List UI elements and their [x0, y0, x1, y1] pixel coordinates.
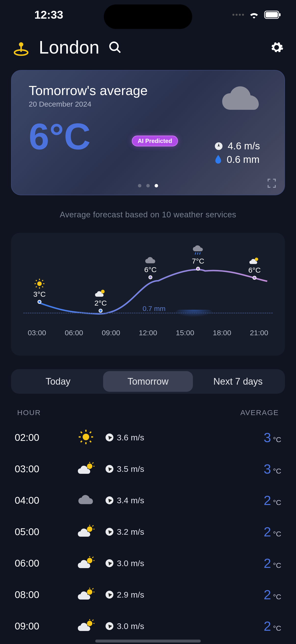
table-row[interactable]: 03:003.5 m/s3°C — [15, 453, 281, 484]
row-temp: 2°C — [242, 493, 281, 508]
row-wind: 3.4 m/s — [106, 496, 242, 505]
chart-area: 0.7 mm 3°C 2°C 6°C 7°C 6°C — [18, 239, 278, 328]
chart-point: 2°C — [94, 288, 107, 313]
hourly-list[interactable]: 02:003.6 m/s3°C03:003.5 m/s3°C04:003.4 m… — [0, 422, 296, 642]
summary-card[interactable]: Tomorrow's average 20 December 2024 6°C … — [11, 70, 285, 195]
status-bar: 12:33 — [0, 0, 296, 30]
sun-icon — [34, 278, 45, 289]
cloud-icon — [145, 256, 156, 264]
gear-icon[interactable] — [270, 40, 284, 54]
svg-line-21 — [200, 252, 200, 255]
svg-line-7 — [117, 49, 120, 52]
location-title[interactable]: London — [39, 37, 99, 58]
sun-cloud-icon — [66, 556, 106, 570]
compass-icon — [215, 142, 223, 150]
svg-line-15 — [42, 286, 43, 287]
svg-line-51 — [92, 620, 93, 621]
svg-point-40 — [87, 558, 92, 563]
row-temp: 3°C — [242, 461, 281, 476]
ai-predicted-badge: AI Predicted — [132, 136, 178, 146]
chart-line — [18, 239, 278, 328]
svg-point-23 — [83, 434, 89, 440]
page-dots[interactable] — [138, 184, 158, 188]
svg-point-32 — [87, 464, 92, 469]
table-row[interactable]: 08:002.9 m/s2°C — [15, 579, 281, 610]
sun-cloud-icon — [95, 288, 106, 298]
table-row[interactable]: 06:003.0 m/s2°C — [15, 548, 281, 579]
svg-line-17 — [42, 280, 43, 281]
row-temp: 3°C — [242, 430, 281, 445]
svg-line-16 — [36, 286, 37, 287]
table-row[interactable]: 02:003.6 m/s3°C — [15, 422, 281, 453]
services-note: Average forecast based on 10 weather ser… — [0, 210, 296, 219]
svg-point-44 — [87, 589, 92, 595]
status-right — [233, 10, 281, 19]
tab-tomorrow[interactable]: Tomorrow — [103, 371, 193, 392]
table-row[interactable]: 09:003.0 m/s2°C — [15, 610, 281, 642]
row-time: 02:00 — [15, 432, 66, 443]
chart-axis: 03:0006:0009:0012:0015:0018:0021:00 — [18, 329, 278, 337]
chart-card[interactable]: 0.7 mm 3°C 2°C 6°C 7°C 6°C 03:0006:0009:… — [11, 233, 285, 356]
header-average: AVERAGE — [240, 408, 279, 417]
table-row[interactable]: 04:003.4 m/s2°C — [15, 484, 281, 516]
row-wind: 3.0 m/s — [106, 558, 242, 568]
wind-direction-icon — [106, 591, 113, 598]
list-header: HOUR AVERAGE — [0, 394, 296, 422]
location-pin-icon[interactable] — [12, 38, 30, 56]
svg-line-19 — [195, 252, 196, 255]
row-wind: 3.0 m/s — [106, 622, 242, 631]
wind-direction-icon — [106, 622, 113, 630]
row-time: 08:00 — [15, 589, 66, 600]
wifi-icon — [249, 11, 259, 19]
wind-direction-icon — [106, 559, 113, 567]
sun-cloud-icon — [249, 256, 260, 265]
row-time: 04:00 — [15, 495, 66, 506]
row-time: 05:00 — [15, 526, 66, 538]
svg-line-43 — [92, 557, 93, 558]
precip-label: 0.7 mm — [143, 305, 165, 313]
row-wind: 2.9 m/s — [106, 590, 242, 600]
svg-line-31 — [90, 432, 91, 433]
chart-point: 7°C — [192, 245, 204, 271]
cloud-icon — [66, 494, 106, 507]
row-time: 06:00 — [15, 558, 66, 569]
row-temp: 2°C — [242, 556, 281, 571]
search-icon[interactable] — [108, 40, 122, 54]
header-hour: HOUR — [17, 408, 41, 417]
cloud-icon — [219, 84, 264, 114]
wind-direction-icon — [106, 434, 113, 441]
wind-metric: 4.6 m/s — [215, 140, 260, 152]
table-row[interactable]: 05:003.2 m/s2°C — [15, 516, 281, 548]
sun-cloud-icon — [66, 462, 106, 476]
row-temp: 2°C — [242, 618, 281, 634]
droplet-icon — [215, 155, 222, 164]
sun-cloud-icon — [66, 588, 106, 602]
scroll-indicator[interactable] — [95, 640, 201, 642]
precip-area — [173, 310, 215, 317]
tab-next7[interactable]: Next 7 days — [193, 371, 283, 392]
sun-icon — [66, 429, 106, 446]
sun-cloud-icon — [66, 525, 106, 539]
svg-point-36 — [87, 526, 92, 532]
status-time: 12:33 — [15, 8, 63, 21]
svg-line-20 — [197, 252, 198, 255]
expand-icon[interactable] — [266, 178, 277, 189]
svg-point-6 — [110, 42, 118, 50]
svg-line-39 — [92, 525, 93, 526]
row-wind: 3.2 m/s — [106, 527, 242, 537]
precip-metric: 0.6 mm — [215, 154, 260, 165]
row-wind: 3.5 m/s — [106, 464, 242, 474]
svg-line-30 — [81, 441, 82, 442]
svg-line-35 — [92, 462, 93, 464]
wind-direction-icon — [106, 465, 113, 473]
chart-point: 6°C — [248, 256, 261, 280]
tab-today[interactable]: Today — [13, 371, 103, 392]
app-header: London — [0, 30, 296, 63]
svg-rect-1 — [266, 12, 278, 18]
rain-icon — [192, 245, 204, 256]
sun-cloud-icon — [66, 619, 106, 633]
row-wind: 3.6 m/s — [106, 433, 242, 442]
battery-icon — [264, 10, 281, 19]
svg-rect-2 — [279, 13, 281, 16]
chart-point: 6°C — [144, 256, 157, 279]
